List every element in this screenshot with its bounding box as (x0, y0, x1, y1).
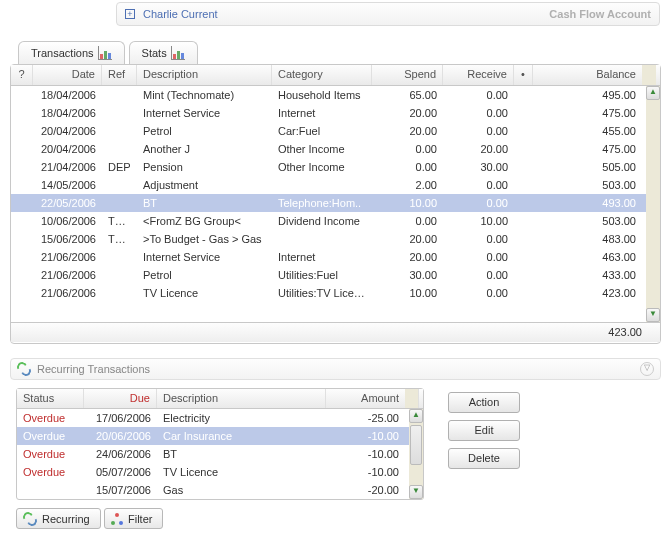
cell-amount: -20.00 (326, 483, 405, 497)
scroll-down-icon[interactable]: ▼ (646, 308, 660, 322)
cell-receive: 0.00 (443, 250, 514, 264)
col-category[interactable]: Category (272, 65, 372, 85)
recurring-icon (23, 512, 37, 526)
table-row[interactable]: 21/04/2006DEPPensionOther Income0.0030.0… (11, 158, 646, 176)
cell-ref (102, 112, 137, 114)
rcol-description[interactable]: Description (157, 389, 326, 408)
col-ref[interactable]: Ref (102, 65, 137, 85)
cell-category: Car:Fuel (272, 124, 372, 138)
chevron-down-icon[interactable]: ▽ (640, 362, 654, 376)
col-description[interactable]: Description (137, 65, 272, 85)
table-row[interactable]: 14/05/2006Adjustment2.000.00503.00 (11, 176, 646, 194)
table-row[interactable]: 15/07/2006Gas-20.00 (17, 481, 409, 499)
transactions-footer: 423.00 (11, 322, 660, 342)
cell-receive: 0.00 (443, 268, 514, 282)
table-row[interactable]: 20/04/2006Another JOther Income0.0020.00… (11, 140, 646, 158)
expand-icon[interactable]: + (125, 9, 135, 19)
cell-date: 18/04/2006 (11, 88, 102, 102)
col-receive[interactable]: Receive (443, 65, 514, 85)
col-spend[interactable]: Spend (372, 65, 443, 85)
table-row[interactable]: 22/05/2006BTTelephone:Hom..10.000.00493.… (11, 194, 646, 212)
cell-spend: 20.00 (372, 232, 443, 246)
table-row[interactable]: Overdue24/06/2006BT-10.00 (17, 445, 409, 463)
tab-stats[interactable]: Stats (129, 41, 198, 66)
filter-toggle-button[interactable]: Filter (104, 508, 163, 529)
table-row[interactable]: 10/06/2006TXFR<FromZ BG Group<Dividend I… (11, 212, 646, 230)
table-row[interactable]: Overdue17/06/2006Electricity-25.00 (17, 409, 409, 427)
cell-date: 21/06/2006 (11, 268, 102, 282)
cell-description: Another J (137, 142, 272, 156)
filter-toggle-label: Filter (128, 513, 152, 525)
cell-ref (102, 274, 137, 276)
cell-balance: 483.00 (533, 232, 642, 246)
tab-bar: Transactions Stats (18, 40, 202, 66)
recurring-scrollbar[interactable]: ▲ ▼ (409, 409, 423, 499)
cell-balance: 433.00 (533, 268, 642, 282)
account-name[interactable]: Charlie Current (143, 8, 549, 20)
cell-date: 15/06/2006 (11, 232, 102, 246)
table-row[interactable]: 18/04/2006Internet ServiceInternet20.000… (11, 104, 646, 122)
cell-date: 21/06/2006 (11, 250, 102, 264)
col-help[interactable]: ? (11, 65, 33, 85)
cell-category: Other Income (272, 160, 372, 174)
scroll-thumb[interactable] (410, 425, 422, 465)
rcol-due[interactable]: Due (84, 389, 157, 408)
rcol-amount[interactable]: Amount (326, 389, 405, 408)
table-row[interactable]: 21/06/2006TV LicenceUtilities:TV Licence… (11, 284, 646, 302)
cell-marker (514, 202, 533, 204)
table-row[interactable]: 21/06/2006PetrolUtilities:Fuel30.000.004… (11, 266, 646, 284)
recurring-toggle-button[interactable]: Recurring (16, 508, 101, 529)
cell-balance: 455.00 (533, 124, 642, 138)
recurring-header: Status Due Description Amount (17, 389, 423, 409)
cell-receive: 0.00 (443, 124, 514, 138)
account-header: + Charlie Current Cash Flow Account (116, 2, 660, 26)
scroll-up-icon[interactable]: ▲ (409, 409, 423, 423)
cell-receive: 0.00 (443, 232, 514, 246)
cell-amount: -10.00 (326, 465, 405, 479)
edit-button[interactable]: Edit (448, 420, 520, 441)
scroll-down-icon[interactable]: ▼ (409, 485, 423, 499)
col-balance[interactable]: Balance (533, 65, 642, 85)
action-button[interactable]: Action (448, 392, 520, 413)
table-row[interactable]: 21/06/2006Internet ServiceInternet20.000… (11, 248, 646, 266)
delete-button[interactable]: Delete (448, 448, 520, 469)
cell-due: 20/06/2006 (84, 429, 157, 443)
table-row[interactable]: Overdue20/06/2006Car Insurance-10.00 (17, 427, 409, 445)
cell-category: Dividend Income (272, 214, 372, 228)
cell-balance: 475.00 (533, 142, 642, 156)
table-row[interactable]: 18/04/2006Mint (Technomate)Household Ite… (11, 86, 646, 104)
col-marker[interactable]: • (514, 65, 533, 85)
cell-spend: 10.00 (372, 286, 443, 300)
filter-icon (111, 513, 123, 525)
table-row[interactable]: 15/06/2006TXFR>To Budget - Gas > Gas20.0… (11, 230, 646, 248)
tab-transactions[interactable]: Transactions (18, 41, 125, 66)
cell-status: Overdue (17, 447, 84, 461)
cell-amount: -10.00 (326, 429, 405, 443)
cell-category: Household Items (272, 88, 372, 102)
rcol-status[interactable]: Status (17, 389, 84, 408)
cell-spend: 20.00 (372, 106, 443, 120)
scroll-up-icon[interactable]: ▲ (646, 86, 660, 100)
cell-spend: 20.00 (372, 124, 443, 138)
transactions-scrollbar[interactable]: ▲ ▼ (646, 86, 660, 322)
cell-marker (514, 292, 533, 294)
cell-ref: TXFR (102, 214, 137, 228)
table-row[interactable]: 20/04/2006PetrolCar:Fuel20.000.00455.00 (11, 122, 646, 140)
cell-amount: -25.00 (326, 411, 405, 425)
col-date[interactable]: Date (33, 65, 102, 85)
cell-date: 20/04/2006 (11, 142, 102, 156)
cell-spend: 0.00 (372, 160, 443, 174)
cell-due: 05/07/2006 (84, 465, 157, 479)
transactions-rows[interactable]: 18/04/2006Mint (Technomate)Household Ite… (11, 86, 646, 322)
cell-marker (514, 220, 533, 222)
table-row[interactable]: Overdue05/07/2006TV Licence-10.00 (17, 463, 409, 481)
recurring-rows[interactable]: Overdue17/06/2006Electricity-25.00Overdu… (17, 409, 409, 499)
cell-marker (514, 274, 533, 276)
cell-description: Internet Service (137, 250, 272, 264)
cell-balance: 463.00 (533, 250, 642, 264)
cell-category: Telephone:Hom.. (272, 196, 372, 210)
cell-marker (514, 112, 533, 114)
cell-ref: DEP (102, 160, 137, 174)
cell-spend: 30.00 (372, 268, 443, 282)
cell-marker (514, 130, 533, 132)
